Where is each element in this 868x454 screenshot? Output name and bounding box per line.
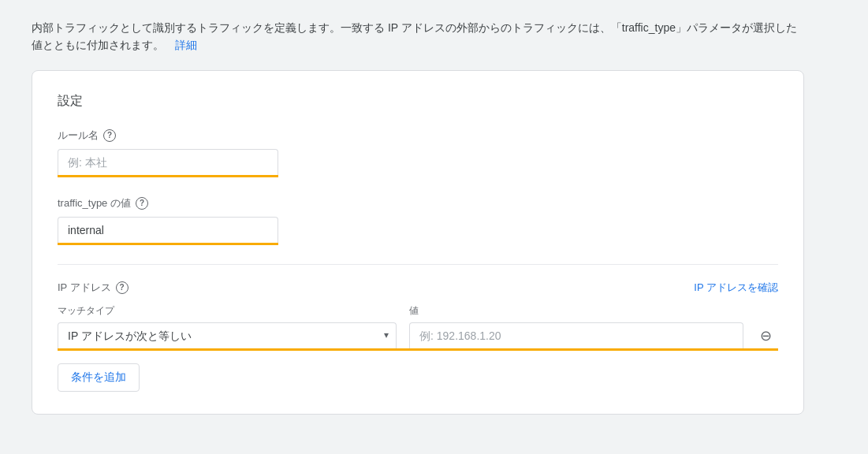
rule-name-input[interactable] [58, 149, 278, 175]
rule-name-help-icon[interactable]: ? [103, 129, 116, 142]
ip-address-section: IP アドレス ? IP アドレスを確認 マッチタイプ IP アドレスが次と等し… [58, 281, 778, 392]
ip-verify-link[interactable]: IP アドレスを確認 [694, 281, 778, 295]
traffic-type-underline [58, 243, 278, 245]
traffic-type-field-group: traffic_type の値 ? [58, 196, 778, 245]
match-type-select-wrapper: IP アドレスが次と等しい ▾ [58, 322, 397, 348]
remove-condition-button[interactable]: ⊖ [753, 323, 778, 348]
rule-name-label-text: ルール名 [58, 128, 99, 143]
traffic-type-input[interactable] [58, 217, 278, 243]
card-title: 設定 [58, 93, 778, 110]
ip-label-text: IP アドレス [58, 281, 111, 295]
settings-card: 設定 ルール名 ? traffic_type の値 ? IP アドレス ? [32, 70, 804, 415]
match-type-select[interactable]: IP アドレスが次と等しい [58, 322, 397, 348]
ip-label: IP アドレス ? [58, 281, 129, 295]
match-type-group: マッチタイプ IP アドレスが次と等しい ▾ [58, 304, 397, 348]
rule-name-field-group: ルール名 ? [58, 128, 778, 177]
match-type-sub-label: マッチタイプ [58, 304, 397, 318]
traffic-type-label-text: traffic_type の値 [58, 196, 131, 210]
description-text: 内部トラフィックとして識別するトラフィックを定義します。一致する IP アドレス… [32, 19, 804, 54]
detail-link[interactable]: 詳細 [175, 39, 197, 51]
rule-name-label: ルール名 ? [58, 128, 778, 143]
condition-underline [58, 348, 778, 351]
value-sub-label: 値 [409, 304, 743, 318]
ip-header: IP アドレス ? IP アドレスを確認 [58, 281, 778, 295]
description-body: 内部トラフィックとして識別するトラフィックを定義します。一致する IP アドレス… [32, 21, 797, 51]
condition-row-wrapper: マッチタイプ IP アドレスが次と等しい ▾ 値 ⊖ [58, 304, 778, 351]
rule-name-underline [58, 175, 278, 177]
ip-value-input[interactable] [409, 322, 743, 348]
value-group: 値 [409, 304, 743, 348]
condition-fields: マッチタイプ IP アドレスが次と等しい ▾ 値 ⊖ [58, 304, 778, 348]
add-condition-button[interactable]: 条件を追加 [58, 363, 140, 392]
traffic-type-help-icon[interactable]: ? [136, 197, 148, 210]
section-divider [58, 264, 778, 265]
ip-help-icon[interactable]: ? [116, 281, 129, 294]
traffic-type-input-container [58, 217, 278, 245]
traffic-type-label: traffic_type の値 ? [58, 196, 778, 210]
rule-name-input-container [58, 149, 278, 177]
